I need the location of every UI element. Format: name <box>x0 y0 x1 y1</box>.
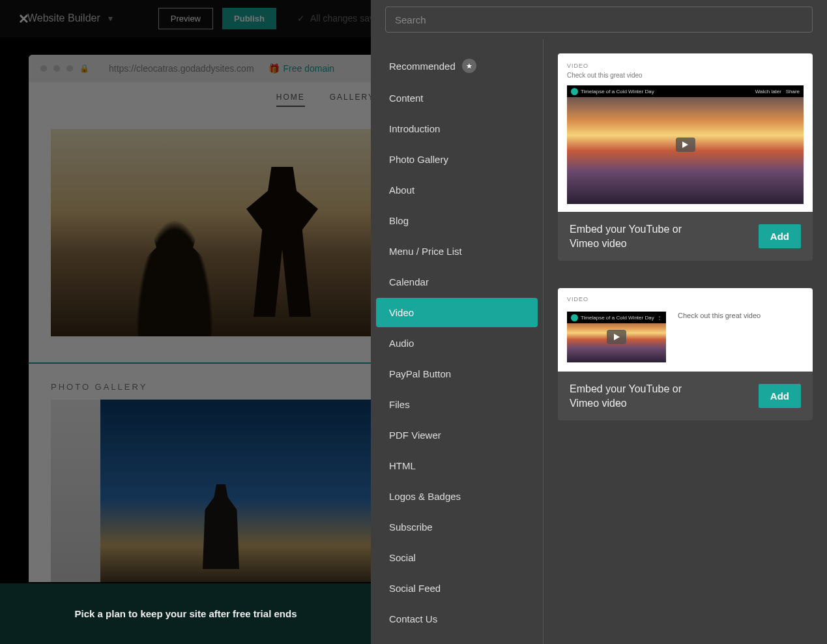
add-button[interactable]: Add <box>759 384 801 408</box>
more-icon: ⋮ <box>657 315 662 321</box>
category-label: About <box>389 184 414 196</box>
section-card-video-small: VIDEO Timelapse of a Cold Winter Day ⋮ <box>558 288 813 372</box>
panel-body: Recommended★ContentIntroductionPhoto Gal… <box>371 39 827 644</box>
category-label: Content <box>389 93 424 104</box>
category-item[interactable]: Social Feed <box>376 574 538 603</box>
card-eyebrow: VIDEO <box>567 63 804 69</box>
card-footer: Embed your YouTube or Vimeo video Add <box>558 372 813 420</box>
category-item[interactable]: Files <box>376 390 538 419</box>
category-item[interactable]: Calendar <box>376 267 538 297</box>
category-item[interactable]: Social <box>376 543 538 572</box>
category-label: PayPal Button <box>389 368 451 379</box>
category-label: Blog <box>389 215 409 226</box>
watch-later-icon: Watch later <box>755 89 781 95</box>
category-item[interactable]: PayPal Button <box>376 359 538 388</box>
search-wrap <box>371 0 827 39</box>
card-subtext: Check out this great video <box>567 72 804 79</box>
trial-banner-text: Pick a plan to keep your site after free… <box>75 608 297 619</box>
category-label: Logos & Badges <box>389 491 461 502</box>
video-thumb-title: Timelapse of a Cold Winter Day <box>581 89 654 95</box>
section-cards: VIDEO Check out this great video Timelap… <box>544 39 827 644</box>
category-label: Photo Gallery <box>389 154 448 165</box>
card-eyebrow: VIDEO <box>567 296 804 302</box>
category-item[interactable]: Logos & Badges <box>376 482 538 511</box>
category-label: Audio <box>389 338 414 349</box>
category-item[interactable]: Blog <box>376 206 538 235</box>
video-thumb-title: Timelapse of a Cold Winter Day <box>581 315 654 321</box>
card-footer: Embed your YouTube or Vimeo video Add <box>558 212 813 261</box>
category-label: Social <box>389 552 416 563</box>
category-label: Contact Us <box>389 613 437 624</box>
category-label: Calendar <box>389 276 429 287</box>
avatar-icon <box>571 88 578 95</box>
category-item[interactable]: Subscribe <box>376 512 538 542</box>
category-label: Recommended <box>389 61 456 72</box>
video-thumbnail[interactable]: Timelapse of a Cold Winter Day Watch lat… <box>567 85 804 204</box>
category-item[interactable]: PDF Viewer <box>376 420 538 450</box>
add-section-panel: Recommended★ContentIntroductionPhoto Gal… <box>371 0 827 644</box>
category-label: Subscribe <box>389 521 433 533</box>
category-label: Introduction <box>389 123 440 134</box>
category-label: PDF Viewer <box>389 430 441 441</box>
add-button[interactable]: Add <box>759 224 801 248</box>
card-row: Timelapse of a Cold Winter Day ⋮ Check o… <box>558 302 813 372</box>
category-list: Recommended★ContentIntroductionPhoto Gal… <box>371 39 544 644</box>
search-input[interactable] <box>385 7 813 33</box>
category-item[interactable]: Recommended★ <box>376 50 538 82</box>
category-label: Social Feed <box>389 583 441 594</box>
category-item[interactable]: Content <box>376 83 538 113</box>
card-header: VIDEO Check out this great video Timelap… <box>558 53 813 212</box>
category-item[interactable]: Contact Us <box>376 604 538 634</box>
category-label: HTML <box>389 460 416 471</box>
card-description: Embed your YouTube or Vimeo video <box>570 222 713 250</box>
category-item[interactable]: Audio <box>376 329 538 358</box>
card-description: Embed your YouTube or Vimeo video <box>570 382 713 410</box>
card-subtext: Check out this great video <box>678 312 804 319</box>
category-item[interactable]: HTML <box>376 451 538 480</box>
share-icon: Share <box>786 89 800 95</box>
category-item[interactable]: Photo Gallery <box>376 145 538 174</box>
category-item[interactable]: Menu / Price List <box>376 237 538 266</box>
trial-banner[interactable]: Pick a plan to keep your site after free… <box>0 583 371 644</box>
category-item[interactable]: Video <box>376 298 538 327</box>
video-thumbnail[interactable]: Timelapse of a Cold Winter Day ⋮ <box>567 312 666 362</box>
category-label: Files <box>389 399 410 410</box>
category-label: Menu / Price List <box>389 246 462 257</box>
video-thumb-bar: Timelapse of a Cold Winter Day Watch lat… <box>567 85 804 97</box>
category-item[interactable]: About <box>376 175 538 205</box>
avatar-icon <box>571 314 578 321</box>
category-label: Video <box>389 307 414 318</box>
video-thumb-bar: Timelapse of a Cold Winter Day ⋮ <box>567 312 666 323</box>
star-icon: ★ <box>462 59 476 73</box>
category-item[interactable]: Introduction <box>376 114 538 143</box>
play-icon <box>676 138 695 152</box>
play-icon <box>607 330 626 344</box>
section-card-video-large: VIDEO Check out this great video Timelap… <box>558 53 813 212</box>
